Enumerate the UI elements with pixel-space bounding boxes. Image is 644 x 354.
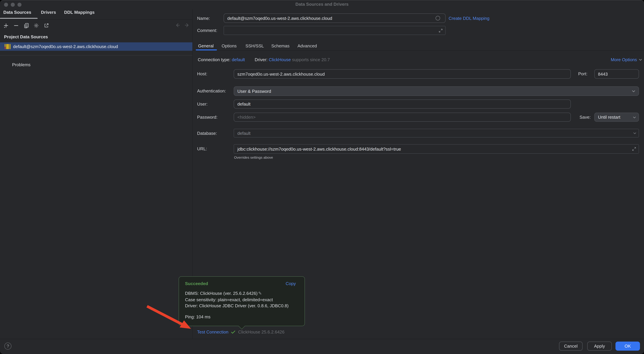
- save-dropdown[interactable]: Until restart: [594, 113, 639, 122]
- password-placeholder: <hidden>: [234, 115, 256, 120]
- export-button[interactable]: [43, 22, 50, 29]
- cancel-button[interactable]: Cancel: [559, 341, 582, 351]
- plus-icon: [3, 23, 9, 28]
- remove-button[interactable]: [13, 22, 20, 29]
- expand-icon: [632, 146, 636, 151]
- test-connection-result-popup: Succeeded Copy DBMS: ClickHouse (ver. 25…: [179, 276, 305, 326]
- project-data-sources-header: Project Data Sources: [4, 34, 48, 39]
- tab-options[interactable]: Options: [222, 43, 237, 48]
- connection-info-row: Connection type: default Driver: ClickHo…: [198, 57, 330, 62]
- data-source-item[interactable]: default@szm7oqed0o.us-west-2.aws.clickho…: [0, 42, 192, 51]
- user-value: default: [234, 102, 250, 107]
- tab-ddl-mappings[interactable]: DDL Mappings: [64, 10, 95, 15]
- authentication-dropdown[interactable]: User & Password: [234, 86, 639, 96]
- question-mark-icon: ?: [7, 343, 9, 349]
- status-circle-icon: [435, 16, 440, 21]
- settings-button[interactable]: [33, 22, 40, 29]
- status-badge: Succeeded: [185, 281, 208, 286]
- left-toolbar: [3, 22, 50, 29]
- duplicate-button[interactable]: [23, 22, 30, 29]
- dbms-line: DBMS: ClickHouse (ver. 25.6.2.6426)✎: [185, 290, 288, 297]
- clickhouse-icon: [5, 44, 10, 49]
- tab-advanced[interactable]: Advanced: [298, 43, 317, 48]
- problems-section-header[interactable]: Problems: [12, 62, 30, 67]
- port-value: 8443: [595, 71, 608, 76]
- name-label: Name:: [197, 16, 210, 21]
- test-result-text: ClickHouse 25.6.2.6426: [238, 329, 284, 334]
- user-label: User:: [197, 102, 208, 107]
- window-title: Data Sources and Drivers: [0, 2, 644, 7]
- back-button[interactable]: [174, 22, 181, 29]
- database-label: Database:: [197, 131, 217, 136]
- export-icon: [44, 23, 49, 28]
- url-note: Overrides settings above: [234, 155, 273, 159]
- help-button[interactable]: ?: [4, 342, 12, 350]
- host-input[interactable]: szm7oqed0o.us-west-2.aws.clickhouse.clou…: [234, 69, 571, 79]
- comment-input[interactable]: [224, 26, 446, 35]
- driver-label: Driver:: [255, 57, 268, 62]
- chevron-down-icon: [632, 131, 637, 135]
- chevron-down-icon: [638, 58, 643, 62]
- create-ddl-mapping-link[interactable]: Create DDL Mapping: [448, 16, 490, 21]
- chevron-down-icon: [631, 89, 636, 93]
- port-input[interactable]: 8443: [594, 69, 639, 79]
- url-label: URL:: [197, 146, 207, 151]
- user-input[interactable]: default: [234, 99, 571, 109]
- gear-icon: [34, 23, 39, 28]
- check-icon: [231, 329, 236, 334]
- active-tab-underline: [0, 18, 38, 19]
- tab-data-sources[interactable]: Data Sources: [3, 10, 31, 15]
- port-label: Port:: [578, 71, 588, 76]
- url-input[interactable]: jdbc:clickhouse://szm7oqed0o.us-west-2.a…: [234, 144, 639, 154]
- list-separator: [0, 55, 192, 56]
- ok-button[interactable]: OK: [616, 341, 640, 351]
- pencil-icon[interactable]: ✎: [258, 291, 262, 296]
- data-sources-dialog: Data Sources and Drivers Data Sources Dr…: [0, 0, 644, 354]
- comment-label: Comment:: [197, 28, 217, 33]
- database-dropdown[interactable]: default: [234, 129, 639, 137]
- chevron-down-icon: [632, 115, 636, 119]
- test-connection-row: Test Connection ClickHouse 25.6.2.6426: [197, 329, 284, 334]
- tab-general[interactable]: General: [198, 43, 214, 48]
- driver-note: supports since 20.7: [292, 57, 330, 62]
- save-value: Until restart: [595, 115, 620, 120]
- apply-button[interactable]: Apply: [587, 341, 612, 351]
- minus-icon: [14, 23, 19, 28]
- forward-button[interactable]: [184, 22, 191, 29]
- case-sensitivity-line: Case sensitivity: plain=exact, delimited…: [185, 297, 288, 303]
- footer-separator: [0, 339, 644, 339]
- more-options-link[interactable]: More Options: [611, 57, 643, 62]
- navigation-arrows: [174, 22, 191, 29]
- host-value: szm7oqed0o.us-west-2.aws.clickhouse.clou…: [234, 71, 325, 76]
- test-connection-link[interactable]: Test Connection: [197, 329, 228, 334]
- name-value: default@szm7oqed0o.us-west-2.aws.clickho…: [224, 16, 332, 21]
- authentication-label: Authentication:: [197, 88, 226, 93]
- popup-tail: [238, 322, 245, 329]
- authentication-value: User & Password: [234, 89, 271, 94]
- save-label: Save:: [580, 115, 591, 120]
- connection-type-link[interactable]: default: [232, 57, 245, 62]
- connection-type-label: Connection type:: [198, 57, 230, 62]
- password-input[interactable]: <hidden>: [234, 113, 571, 122]
- ping-line: Ping: 104 ms: [185, 314, 210, 319]
- url-value: jdbc:clickhouse://szm7oqed0o.us-west-2.a…: [234, 146, 401, 151]
- tab-ssh-ssl[interactable]: SSH/SSL: [246, 43, 264, 48]
- database-value: default: [234, 131, 250, 136]
- tab-schemas[interactable]: Schemas: [271, 43, 290, 48]
- popup-details: DBMS: ClickHouse (ver. 25.6.2.6426)✎ Cas…: [185, 290, 288, 309]
- tab-drivers[interactable]: Drivers: [41, 10, 56, 15]
- copy-icon: [24, 23, 29, 28]
- arrow-right-icon: [185, 23, 190, 28]
- name-input[interactable]: default@szm7oqed0o.us-west-2.aws.clickho…: [224, 14, 446, 23]
- left-tabs-separator: [0, 19, 192, 20]
- host-label: Host:: [197, 71, 207, 76]
- expand-icon: [438, 28, 443, 33]
- data-source-label: default@szm7oqed0o.us-west-2.aws.clickho…: [13, 44, 118, 49]
- copy-link[interactable]: Copy: [286, 281, 296, 286]
- red-annotation-arrow: [0, 0, 644, 354]
- password-label: Password:: [197, 115, 218, 120]
- driver-link[interactable]: ClickHouse: [269, 57, 291, 62]
- driver-line: Driver: ClickHouse JDBC Driver (ver. 0.8…: [185, 303, 288, 309]
- add-button[interactable]: [3, 22, 10, 29]
- more-options-label: More Options: [611, 57, 637, 62]
